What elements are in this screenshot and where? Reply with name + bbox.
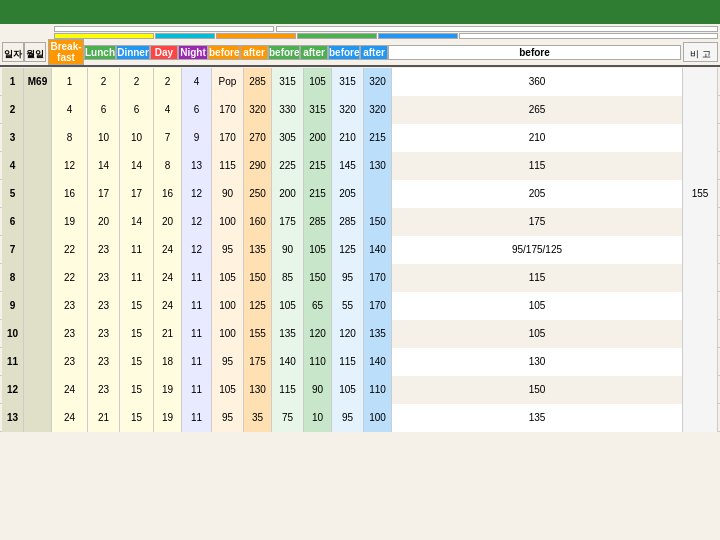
data-cell: 11 bbox=[182, 348, 212, 376]
data-cell: 13 bbox=[2, 404, 24, 432]
data-cell: 105 bbox=[392, 320, 683, 348]
main-container: 일자 월일 Break-fast Lunch Dinner Day Night … bbox=[0, 24, 720, 540]
data-cell: 55 bbox=[332, 292, 364, 320]
data-cell: 95 bbox=[332, 404, 364, 432]
data-cell bbox=[683, 320, 718, 348]
data-cell: 8 bbox=[52, 124, 88, 152]
data-cell: 23 bbox=[88, 292, 120, 320]
data-cell: 200 bbox=[272, 180, 304, 208]
data-cell: 11 bbox=[182, 320, 212, 348]
data-cell: 215 bbox=[304, 180, 332, 208]
data-cell: 2 bbox=[154, 68, 182, 96]
data-cell: 10 bbox=[88, 124, 120, 152]
sh-dinner: Dinner bbox=[116, 45, 150, 60]
data-cell: 7 bbox=[2, 236, 24, 264]
data-cell: 330 bbox=[272, 96, 304, 124]
data-cell bbox=[24, 236, 52, 264]
data-cell: 16 bbox=[154, 180, 182, 208]
data-cell: 250 bbox=[244, 180, 272, 208]
data-cell: 115 bbox=[392, 152, 683, 180]
data-cell: 105 bbox=[304, 236, 332, 264]
data-cell bbox=[683, 264, 718, 292]
data-cell: 11 bbox=[182, 404, 212, 432]
data-cell bbox=[24, 96, 52, 124]
data-cell: 315 bbox=[272, 68, 304, 96]
data-cell: 290 bbox=[244, 152, 272, 180]
data-cell: 12 bbox=[182, 208, 212, 236]
data-cell bbox=[683, 348, 718, 376]
data-cell: 320 bbox=[332, 96, 364, 124]
data-cell: 20 bbox=[154, 208, 182, 236]
data-cell: 105 bbox=[212, 376, 244, 404]
data-cell: 12 bbox=[2, 376, 24, 404]
data-cell: 115 bbox=[332, 348, 364, 376]
data-cell: 35 bbox=[244, 404, 272, 432]
data-cell: 14 bbox=[120, 152, 154, 180]
data-cell: 315 bbox=[332, 68, 364, 96]
data-cell: 175 bbox=[244, 348, 272, 376]
data-cell: 22 bbox=[52, 236, 88, 264]
table-row: 12242315191110513011590105110150 bbox=[0, 376, 720, 404]
data-cell: 9 bbox=[182, 124, 212, 152]
data-cell: 23 bbox=[88, 236, 120, 264]
data-cell: 19 bbox=[52, 208, 88, 236]
data-cell: 125 bbox=[244, 292, 272, 320]
sh-day: Day bbox=[150, 45, 178, 60]
data-cell: 75 bbox=[272, 404, 304, 432]
data-cell: 215 bbox=[364, 124, 392, 152]
data-cell: 23 bbox=[52, 320, 88, 348]
data-cell: 19 bbox=[154, 376, 182, 404]
data-cell: 110 bbox=[364, 376, 392, 404]
data-cell: 95/175/125 bbox=[392, 236, 683, 264]
data-cell: 85 bbox=[272, 264, 304, 292]
data-cell: 100 bbox=[212, 292, 244, 320]
data-cell: 24 bbox=[52, 404, 88, 432]
data-cell: 285 bbox=[244, 68, 272, 96]
data-cell: 8 bbox=[2, 264, 24, 292]
data-cell: 1 bbox=[2, 68, 24, 96]
data-cell: 12 bbox=[52, 152, 88, 180]
sh-bf-before: before bbox=[208, 45, 240, 60]
data-cell: 210 bbox=[332, 124, 364, 152]
data-cell: 21 bbox=[88, 404, 120, 432]
data-cell: 24 bbox=[52, 376, 88, 404]
data-cell: 4 bbox=[182, 68, 212, 96]
data-cell: 135 bbox=[272, 320, 304, 348]
data-cell: 6 bbox=[2, 208, 24, 236]
data-cell bbox=[24, 376, 52, 404]
data-cell bbox=[24, 152, 52, 180]
data-cell: 7 bbox=[154, 124, 182, 152]
data-cell: 4 bbox=[52, 96, 88, 124]
data-cell: 90 bbox=[272, 236, 304, 264]
data-cell: 24 bbox=[154, 264, 182, 292]
data-cell bbox=[683, 292, 718, 320]
data-cell: 170 bbox=[364, 264, 392, 292]
data-cell: 105 bbox=[212, 264, 244, 292]
data-cell: 18 bbox=[154, 348, 182, 376]
data-cell: 130 bbox=[392, 348, 683, 376]
data-cell: 23 bbox=[88, 376, 120, 404]
data-cell: 100 bbox=[212, 320, 244, 348]
sh-lunch: Lunch bbox=[84, 45, 116, 60]
data-cell bbox=[683, 124, 718, 152]
data-cell: 6 bbox=[120, 96, 154, 124]
data-cell: 15 bbox=[120, 320, 154, 348]
data-cell: 115 bbox=[392, 264, 683, 292]
data-cell: 140 bbox=[364, 236, 392, 264]
data-cell: 22 bbox=[52, 264, 88, 292]
data-cell: 15 bbox=[120, 404, 154, 432]
data-cell: 125 bbox=[332, 236, 364, 264]
data-cell: 135 bbox=[244, 236, 272, 264]
data-cell: 95 bbox=[212, 348, 244, 376]
data-cell: 3 bbox=[2, 124, 24, 152]
data-cell: 135 bbox=[364, 320, 392, 348]
data-cell: 320 bbox=[364, 96, 392, 124]
data-cell: 9 bbox=[2, 292, 24, 320]
data-cell: 105 bbox=[392, 292, 683, 320]
data-cell: 105 bbox=[332, 376, 364, 404]
table-row: 923231524111001251056555170105 bbox=[0, 292, 720, 320]
data-cell: 1 bbox=[52, 68, 88, 96]
data-cell: 14 bbox=[120, 208, 154, 236]
data-cell: 315 bbox=[304, 96, 332, 124]
data-cell: 215 bbox=[304, 152, 332, 180]
